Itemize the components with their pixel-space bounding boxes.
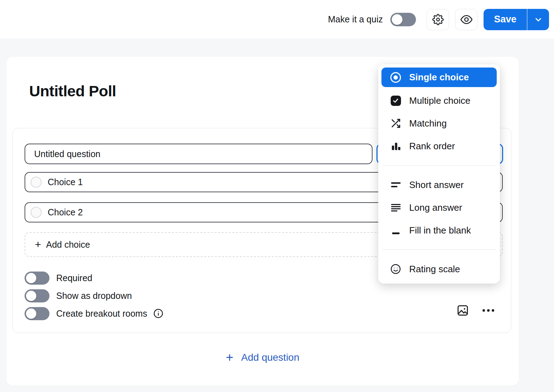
toggle-knob [26, 273, 36, 283]
required-option-row: Required [25, 271, 92, 285]
breakout-option-row: Create breakout rooms [25, 307, 163, 320]
breakout-info-button[interactable] [153, 308, 163, 318]
menu-item-label: Single choice [409, 72, 469, 83]
image-icon [457, 304, 469, 317]
top-toolbar: Make it a quiz Save [0, 0, 554, 39]
choice-label: Choice 2 [48, 207, 83, 218]
menu-item-fill-in-the-blank[interactable]: Fill in the blank [381, 219, 497, 242]
create-breakout-rooms-toggle[interactable] [25, 307, 49, 320]
toggle-knob [392, 14, 402, 25]
radio-circle-icon [31, 177, 42, 188]
chevron-down-icon [534, 15, 543, 24]
required-toggle[interactable] [25, 272, 49, 285]
menu-item-label: Fill in the blank [409, 225, 471, 236]
fill-blank-icon [390, 227, 401, 234]
plus-icon: + [226, 351, 233, 364]
choice-label: Choice 1 [48, 177, 83, 187]
menu-item-label: Short answer [409, 179, 464, 190]
eye-icon [460, 14, 473, 26]
menu-item-label: Rating scale [409, 264, 460, 275]
save-split-button: Save [484, 9, 549, 30]
add-question-label: Add question [241, 352, 299, 363]
menu-item-multiple-choice[interactable]: Multiple choice [381, 89, 497, 112]
gear-icon [432, 14, 444, 25]
add-image-button[interactable] [457, 304, 469, 317]
save-options-button[interactable] [527, 9, 549, 30]
long-answer-icon [390, 204, 401, 211]
plus-icon: + [35, 239, 41, 250]
menu-item-label: Matching [409, 118, 447, 129]
menu-item-rank-order[interactable]: Rank order [381, 135, 497, 157]
add-question-button[interactable]: + Add question [6, 351, 519, 364]
question-type-menu: Single choice Multiple choice Matching [378, 64, 500, 284]
poll-title[interactable]: Untitled Poll [29, 82, 116, 100]
toggle-knob [26, 291, 36, 301]
dropdown-option-row: Show as dropdown [25, 289, 132, 302]
menu-item-label: Rank order [409, 141, 455, 152]
bar-chart-icon [390, 141, 401, 151]
menu-item-long-answer[interactable]: Long answer [381, 196, 497, 219]
make-quiz-toggle[interactable] [390, 13, 416, 26]
create-breakout-rooms-label: Create breakout rooms [56, 308, 147, 319]
menu-divider [382, 165, 496, 166]
make-quiz-label: Make it a quiz [328, 14, 383, 25]
menu-item-short-answer[interactable]: Short answer [381, 173, 497, 196]
show-as-dropdown-toggle[interactable] [25, 289, 49, 302]
menu-item-rating-scale[interactable]: Rating scale [381, 258, 497, 280]
smiley-icon [390, 264, 401, 274]
info-icon [153, 308, 163, 318]
menu-divider [382, 249, 496, 250]
menu-item-label: Multiple choice [409, 95, 470, 106]
checkbox-icon [390, 96, 401, 106]
question-more-button[interactable] [482, 307, 494, 314]
save-button[interactable]: Save [484, 9, 527, 30]
preview-button[interactable] [455, 9, 478, 30]
question-title-input[interactable] [25, 144, 373, 164]
add-choice-label: Add choice [46, 240, 90, 250]
short-answer-icon [390, 182, 401, 187]
menu-item-single-choice[interactable]: Single choice [381, 68, 497, 87]
toggle-knob [26, 308, 36, 319]
radio-icon [390, 72, 401, 83]
menu-item-matching[interactable]: Matching [381, 112, 497, 135]
required-label: Required [56, 273, 92, 283]
ellipsis-icon [482, 309, 485, 312]
show-as-dropdown-label: Show as dropdown [56, 291, 132, 301]
menu-item-label: Long answer [409, 202, 462, 213]
shuffle-icon [390, 118, 401, 129]
radio-circle-icon [31, 207, 42, 218]
settings-button[interactable] [427, 9, 449, 30]
question-footer-controls [457, 304, 494, 317]
